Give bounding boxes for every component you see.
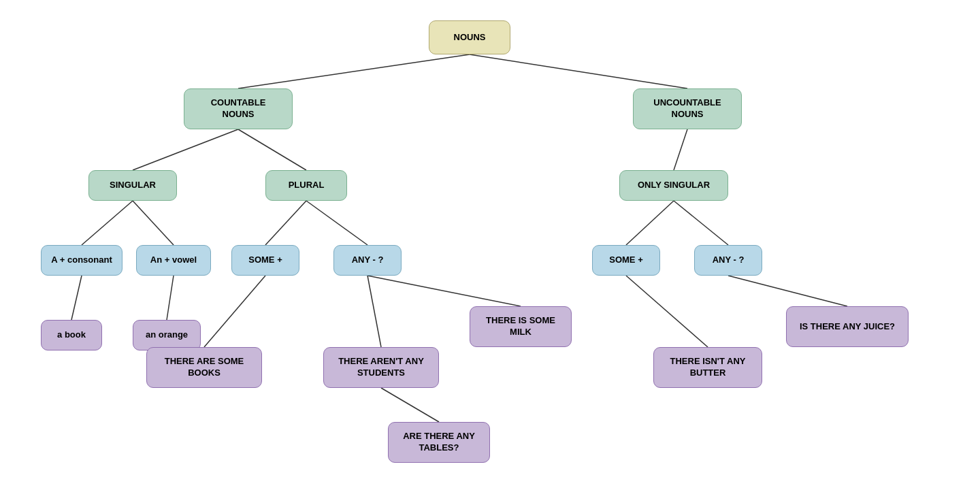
svg-line-11 [204,276,265,347]
node-uncountable: UNCOUNTABLENOUNS [633,88,742,129]
node-any_un: ANY - ? [694,245,762,276]
svg-line-6 [133,201,174,245]
svg-line-0 [238,54,470,88]
node-some_plus_pl: SOME + [231,245,299,276]
node-is_there_any_juice: IS THERE ANY JUICE? [786,306,909,347]
svg-line-15 [626,201,674,245]
node-a_book: a book [41,320,102,350]
node-an_orange: an orange [133,320,201,350]
svg-line-2 [133,129,238,170]
node-only_singular: ONLY SINGULAR [619,170,728,201]
svg-line-18 [728,276,847,306]
node-there_are_some_books: THERE ARE SOMEBOOKS [146,347,262,388]
diagram: NOUNSCOUNTABLENOUNSUNCOUNTABLENOUNSSINGU… [0,0,980,490]
node-some_plus_un: SOME + [592,245,660,276]
svg-line-12 [368,276,521,306]
svg-line-17 [626,276,708,347]
svg-line-3 [238,129,306,170]
node-countable: COUNTABLENOUNS [184,88,293,129]
svg-line-14 [381,388,439,422]
node-any_pl: ANY - ? [333,245,402,276]
svg-line-5 [82,201,133,245]
svg-line-8 [167,276,174,320]
node-are_there_any_tables: ARE THERE ANYTABLES? [388,422,490,463]
svg-line-1 [470,54,687,88]
svg-line-9 [265,201,306,245]
svg-line-10 [306,201,368,245]
node-nouns: NOUNS [429,20,510,54]
svg-line-7 [71,276,82,320]
node-there_is_some_milk: THERE IS SOMEMILK [470,306,572,347]
node-there_arent_any_students: THERE AREN'T ANYSTUDENTS [323,347,439,388]
node-a_consonant: A + consonant [41,245,122,276]
svg-line-13 [368,276,381,347]
svg-line-16 [674,201,728,245]
node-an_vowel: An + vowel [136,245,211,276]
node-plural: PLURAL [265,170,347,201]
node-there_isnt_any_butter: THERE ISN'T ANYBUTTER [653,347,762,388]
svg-line-4 [674,129,687,170]
node-singular: SINGULAR [88,170,177,201]
